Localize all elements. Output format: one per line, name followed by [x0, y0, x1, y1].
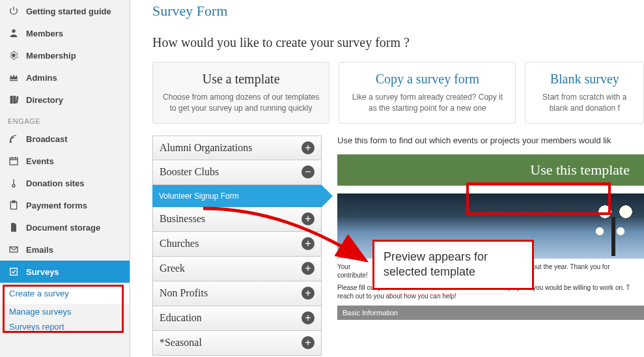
svg-rect-1: [10, 96, 13, 104]
power-icon: [8, 5, 20, 17]
sidebar-item-donation-sites[interactable]: Donation sites: [0, 172, 130, 194]
plus-icon: +: [301, 336, 315, 349]
accordion-label: Businesses: [160, 213, 205, 225]
sidebar-item-label: Admins: [26, 73, 57, 83]
sidebar-item-directory[interactable]: Directory: [0, 89, 130, 111]
card-desc: Start from scratch with a blank and dona…: [533, 92, 636, 114]
accordion-label: Greek: [160, 263, 185, 274]
accordion-item-education[interactable]: Education +: [152, 306, 322, 331]
sidebar-sub-surveys-report[interactable]: Surveys report: [0, 319, 130, 334]
envelope-icon: [8, 244, 20, 255]
sidebar-item-label: Members: [26, 29, 63, 38]
sidebar-sub-create-survey[interactable]: Create a survey: [0, 283, 130, 304]
plus-icon: +: [301, 287, 315, 300]
sidebar-item-members[interactable]: Members: [0, 22, 130, 44]
crown-icon: [8, 72, 20, 83]
check-icon: [8, 266, 20, 278]
svg-rect-2: [13, 96, 16, 104]
book-icon: [8, 94, 20, 106]
sidebar-item-label: Getting started guide: [26, 7, 111, 16]
option-cards: Use a template Choose from among dozens …: [152, 62, 644, 124]
card-title: Blank survey: [533, 72, 636, 87]
template-accordion: Alumni Organizations + Booster Clubs − V…: [152, 136, 322, 356]
svg-rect-10: [10, 268, 18, 276]
accordion-label: Churches: [160, 238, 199, 250]
accordion-item-churches[interactable]: Churches +: [152, 232, 322, 257]
clipboard-icon: [8, 199, 20, 211]
use-template-label: Use this template: [530, 162, 630, 178]
wifi-icon: [8, 133, 20, 145]
plus-icon: +: [301, 141, 315, 154]
plus-icon: +: [301, 262, 315, 275]
calendar-icon: [8, 155, 20, 167]
plus-icon: +: [301, 212, 315, 225]
thermometer-icon: [8, 177, 20, 189]
accordion-item-businesses[interactable]: Businesses +: [152, 207, 322, 232]
card-blank-survey[interactable]: Blank survey Start from scratch with a b…: [525, 62, 644, 124]
page-title: Survey Form: [152, 0, 644, 35]
sidebar-item-label: Surveys: [26, 267, 59, 277]
sidebar-item-emails[interactable]: Emails: [0, 238, 130, 261]
accordion-label: Alumni Organizations: [160, 142, 252, 154]
create-question: How would you like to create your survey…: [152, 35, 644, 50]
svg-rect-3: [16, 96, 18, 104]
sidebar-item-membership[interactable]: Membership: [0, 44, 130, 66]
user-icon: [8, 27, 20, 39]
card-desc: Choose from among dozens of our template…: [161, 92, 321, 114]
card-copy-survey[interactable]: Copy a survey form Like a survey form al…: [339, 62, 516, 124]
sidebar-item-events[interactable]: Events: [0, 150, 130, 172]
card-use-template[interactable]: Use a template Choose from among dozens …: [152, 62, 329, 124]
sidebar-item-surveys[interactable]: Surveys: [0, 261, 130, 283]
sidebar-item-label: Donation sites: [26, 178, 85, 188]
sidebar-item-label: Document storage: [26, 223, 100, 233]
accordion-sublabel: Volunteer Signup Form: [159, 192, 239, 201]
sidebar-sub-manage-surveys[interactable]: Manage surveys: [0, 304, 130, 319]
annotation-callout: Preview appears for selected template: [372, 240, 534, 290]
accordion-item-alumni[interactable]: Alumni Organizations +: [152, 136, 322, 160]
sidebar-item-label: Emails: [26, 245, 53, 255]
sidebar-item-getting-started[interactable]: Getting started guide: [0, 0, 130, 22]
accordion-label: Education: [160, 312, 202, 324]
accordion-subitem-volunteer[interactable]: Volunteer Signup Form: [152, 185, 322, 207]
sidebar-item-label: Directory: [26, 95, 63, 105]
sidebar-item-label: Events: [26, 156, 54, 166]
main-content: Survey Form How would you like to create…: [130, 0, 644, 357]
preview-section-header: Basic Information: [337, 306, 644, 320]
svg-point-4: [10, 141, 11, 143]
minus-icon: −: [301, 165, 315, 178]
sidebar: Getting started guide Members Membership…: [0, 0, 130, 357]
file-icon: [8, 221, 20, 233]
sidebar-item-label: Broadcast: [26, 134, 68, 144]
card-desc: Like a survey form already created? Copy…: [347, 92, 507, 114]
preview-description: Use this form to find out which events o…: [337, 136, 644, 145]
accordion-item-greek[interactable]: Greek +: [152, 257, 322, 281]
use-template-button[interactable]: Use this template: [337, 154, 644, 186]
sidebar-item-payment-forms[interactable]: Payment forms: [0, 194, 130, 216]
plus-icon: +: [301, 237, 315, 250]
plus-icon: +: [301, 311, 315, 324]
svg-point-0: [12, 29, 15, 33]
accordion-label: Booster Clubs: [160, 166, 219, 178]
sidebar-item-label: Payment forms: [26, 201, 87, 210]
sidebar-item-broadcast[interactable]: Broadcast: [0, 128, 130, 150]
card-title: Use a template: [161, 72, 321, 87]
svg-point-6: [12, 184, 15, 187]
gear-icon: [8, 50, 20, 61]
accordion-item-booster[interactable]: Booster Clubs −: [152, 160, 322, 185]
svg-rect-5: [10, 158, 18, 165]
sidebar-heading-engage: ENGAGE: [0, 111, 130, 128]
accordion-label: Non Profits: [160, 287, 208, 299]
accordion-item-nonprofits[interactable]: Non Profits +: [152, 281, 322, 306]
sidebar-item-label: Membership: [26, 51, 76, 61]
accordion-label: *Seasonal: [160, 337, 202, 349]
sidebar-item-document-storage[interactable]: Document storage: [0, 216, 130, 238]
card-title: Copy a survey form: [347, 72, 507, 87]
sidebar-item-admins[interactable]: Admins: [0, 66, 130, 89]
accordion-item-seasonal[interactable]: *Seasonal +: [152, 331, 322, 356]
